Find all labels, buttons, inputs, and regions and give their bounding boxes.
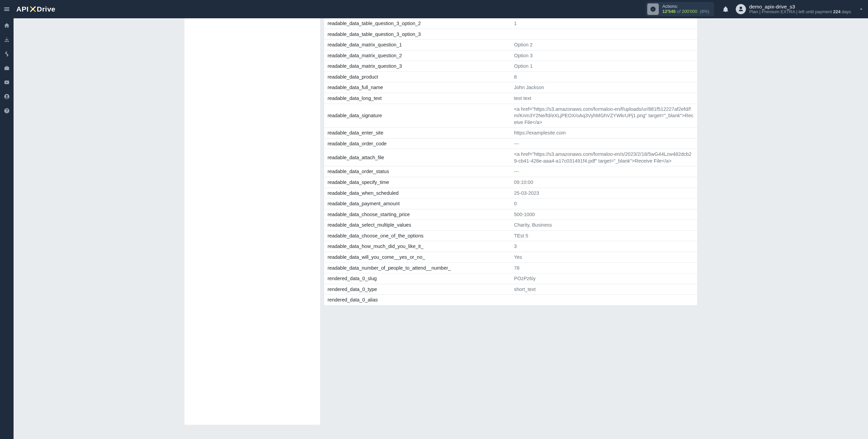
- data-card: readable_data_table_question_3_option_21…: [324, 18, 697, 306]
- table-row: readable_data_will_you_come__yes_or_no_Y…: [324, 252, 697, 263]
- table-row: readable_data_payment_amount0: [324, 198, 697, 209]
- info-badge: [647, 3, 659, 15]
- row-key: readable_data_select_multiple_values: [324, 220, 511, 231]
- briefcase-icon: [4, 65, 10, 71]
- logo-api: API: [16, 5, 29, 13]
- question-circle-icon: [4, 108, 10, 114]
- actions-numbers: 12'546 of 200'000 (6%): [662, 9, 709, 14]
- user-menu-caret[interactable]: [854, 0, 868, 18]
- row-value: John Jackson: [511, 82, 697, 93]
- table-row: readable_data_product8: [324, 71, 697, 82]
- notifications-button[interactable]: [719, 0, 732, 18]
- home-icon: [4, 22, 10, 28]
- user-name: demo_apix-drive_s3: [749, 4, 851, 9]
- row-key: readable_data_full_name: [324, 82, 511, 93]
- table-row: readable_data_table_question_3_option_21: [324, 18, 697, 29]
- days-num: 224: [833, 9, 841, 14]
- left-card: [184, 18, 320, 425]
- menu-toggle-button[interactable]: [0, 0, 14, 18]
- table-row: rendered_data_0_slugPOzPz6iy: [324, 273, 697, 284]
- row-value: ---: [511, 166, 697, 177]
- sidebar-item-services[interactable]: [0, 61, 14, 75]
- row-key: readable_data_table_question_3_option_3: [324, 29, 511, 40]
- row-key: readable_data_matrix_question_2: [324, 50, 511, 61]
- plan-name: Premium EXTRA: [762, 9, 795, 14]
- row-value: 500-1000: [511, 209, 697, 220]
- row-value: Yes: [511, 252, 697, 263]
- row-value: <a href="https://s3.amazonaws.com/formal…: [511, 104, 697, 128]
- row-key: readable_data_will_you_come__yes_or_no_: [324, 252, 511, 263]
- row-key: readable_data_attach_file: [324, 149, 511, 166]
- table-row: rendered_data_0_alias: [324, 295, 697, 306]
- row-value: 25-03-2023: [511, 188, 697, 198]
- row-value: ---: [511, 138, 697, 149]
- pipe1: |: [759, 9, 760, 14]
- row-key: readable_data_payment_amount: [324, 198, 511, 209]
- row-value: short_text: [511, 284, 697, 295]
- top-navbar: API Drive Actions: 12'546 of 200'000 (6%…: [0, 0, 868, 18]
- row-value: 09:10:00: [511, 177, 697, 188]
- row-value: 78: [511, 263, 697, 273]
- user-circle-icon: [4, 93, 10, 100]
- row-key: readable_data_choose_starting_price: [324, 209, 511, 220]
- user-menu[interactable]: demo_apix-drive_s3 Plan | Premium EXTRA …: [732, 0, 854, 18]
- row-value: [511, 295, 697, 306]
- sidebar-item-videos[interactable]: [0, 75, 14, 89]
- row-key: readable_data_product: [324, 71, 511, 82]
- row-key: readable_data_signature: [324, 104, 511, 128]
- table-row: readable_data_when_scheduled25-03-2023: [324, 188, 697, 198]
- row-key: rendered_data_0_slug: [324, 273, 511, 284]
- sitemap-icon: [4, 37, 10, 43]
- left-sidebar: [0, 18, 14, 439]
- youtube-icon: [4, 79, 10, 85]
- row-key: readable_data_when_scheduled: [324, 188, 511, 198]
- user-icon: [738, 6, 744, 12]
- sidebar-item-home[interactable]: [0, 18, 14, 33]
- row-key: readable_data_choose_one_of_the_options: [324, 230, 511, 241]
- table-row: readable_data_signature<a href="https://…: [324, 104, 697, 128]
- sidebar-item-integrations[interactable]: [0, 33, 14, 47]
- row-key: readable_data_order_code: [324, 138, 511, 149]
- main-content[interactable]: readable_data_table_question_3_option_21…: [14, 18, 868, 439]
- row-key: readable_data_how_much_did_you_like_it_: [324, 241, 511, 252]
- app-logo[interactable]: API Drive: [14, 0, 58, 18]
- table-row: readable_data_matrix_question_2Option 3: [324, 50, 697, 61]
- sidebar-item-account[interactable]: [0, 89, 14, 104]
- sidebar-item-help[interactable]: [0, 104, 14, 118]
- navbar-left: API Drive: [0, 0, 58, 18]
- table-row: readable_data_matrix_question_3Option 1: [324, 61, 697, 72]
- table-row: readable_data_attach_file<a href="https:…: [324, 149, 697, 166]
- logo-x-icon: [29, 5, 37, 13]
- row-value: <a href="https://s3.amazonaws.com/formal…: [511, 149, 697, 166]
- row-key: readable_data_enter_site: [324, 128, 511, 139]
- logo-text: API Drive: [16, 5, 56, 13]
- user-plan: Plan | Premium EXTRA | left until paymen…: [749, 9, 851, 15]
- row-value: Charity, Business: [511, 220, 697, 231]
- user-text: demo_apix-drive_s3 Plan | Premium EXTRA …: [749, 4, 851, 15]
- right-panel: readable_data_table_question_3_option_21…: [324, 18, 697, 425]
- user-avatar: [736, 4, 746, 14]
- row-key: readable_data_matrix_question_1: [324, 40, 511, 50]
- row-value: 3: [511, 241, 697, 252]
- left-word: left until payment: [798, 9, 832, 14]
- row-key: readable_data_number_of_people_to_attend…: [324, 263, 511, 273]
- table-row: readable_data_matrix_question_1Option 2: [324, 40, 697, 50]
- row-value: Option 2: [511, 40, 697, 50]
- content-layout: readable_data_table_question_3_option_21…: [20, 18, 862, 425]
- plan-word: Plan: [749, 9, 758, 14]
- chevron-down-icon: [859, 6, 864, 12]
- row-value: 1: [511, 18, 697, 29]
- hamburger-icon: [3, 6, 10, 13]
- left-panel: [184, 18, 320, 425]
- days-word: days: [842, 9, 851, 14]
- table-row: readable_data_long_texttest text: [324, 93, 697, 104]
- actions-label: Actions:: [662, 4, 709, 9]
- sidebar-item-billing[interactable]: [0, 47, 14, 61]
- actions-max: 200'000: [682, 9, 697, 14]
- actions-count: 12'546: [662, 9, 675, 14]
- actions-counter[interactable]: Actions: 12'546 of 200'000 (6%): [646, 2, 714, 16]
- row-value: [511, 29, 697, 40]
- row-value: Option 1: [511, 61, 697, 72]
- table-row: readable_data_how_much_did_you_like_it_3: [324, 241, 697, 252]
- dollar-icon: [4, 51, 10, 57]
